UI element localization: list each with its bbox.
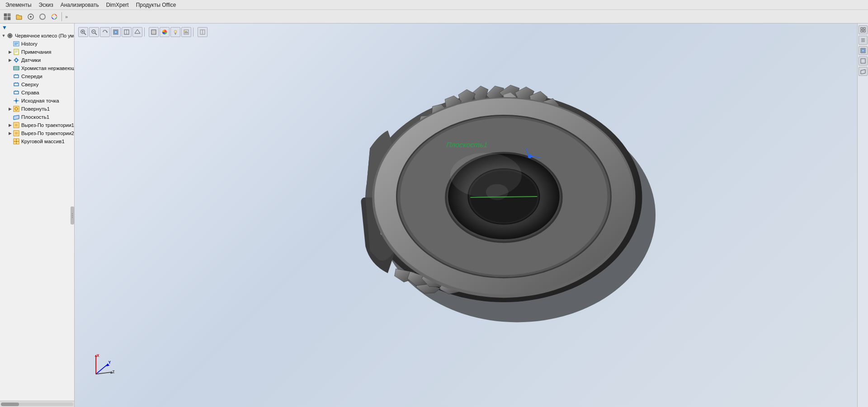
svg-text:Плоскость1: Плоскость1	[446, 141, 488, 149]
tree-item-top[interactable]: ▶ Сверху	[0, 80, 74, 89]
toolbar-btn-ring[interactable]	[37, 11, 48, 22]
svg-rect-39	[14, 106, 19, 112]
left-panel: ▼ ▼ Червячное колесо (По умолча... ▶ His…	[0, 23, 75, 407]
svg-point-50	[16, 143, 17, 144]
toolbar-btn-open[interactable]	[14, 11, 24, 22]
tree-item-front[interactable]: ▶ Спереди	[0, 72, 74, 80]
icon-top	[13, 81, 20, 88]
svg-point-18	[15, 59, 18, 61]
tree-item-pattern[interactable]: ▶ Круговой массив1	[0, 137, 74, 145]
svg-point-6	[40, 14, 45, 19]
tree-label-plane1: Плоскость1	[21, 114, 49, 120]
icon-notes	[13, 48, 20, 56]
svg-text:X: X	[97, 353, 99, 358]
right-side-panel	[857, 23, 868, 407]
svg-point-51	[14, 141, 15, 142]
expand-right[interactable]: ▶	[7, 89, 13, 96]
tree-label-sensors: Датчики	[21, 57, 41, 63]
tree-label-root: Червячное колесо (По умолча...	[15, 33, 74, 38]
feature-tree: ▼ Червячное колесо (По умолча... ▶ Histo…	[0, 32, 74, 401]
icon-cut2	[13, 130, 20, 137]
expand-plane1[interactable]: ▶	[7, 113, 13, 121]
hscroll[interactable]	[0, 401, 74, 407]
icon-right	[13, 89, 20, 96]
tree-item-right[interactable]: ▶ Справа	[0, 89, 74, 97]
tree-item-cut2[interactable]: ▶ Вырез-По траектории2	[0, 129, 74, 137]
svg-text:Z: Z	[112, 370, 114, 374]
svg-point-48	[16, 139, 17, 140]
toolbar-btn-circle[interactable]	[25, 11, 36, 22]
tree-label-pattern: Круговой массив1	[21, 139, 65, 144]
icon-sensors	[13, 56, 20, 64]
menubar: Элементы Эскиз Анализировать DimXpert Пр…	[0, 0, 868, 10]
expand-history[interactable]: ▶	[7, 40, 13, 47]
axis-indicator: Y Z X	[88, 353, 115, 380]
toolbar-btn-elements[interactable]	[2, 11, 13, 22]
right-side-btn2[interactable]	[859, 36, 868, 45]
expand-front[interactable]: ▶	[7, 73, 13, 80]
toolbar-more[interactable]: »	[64, 14, 69, 19]
toolbar: »	[0, 10, 868, 23]
expand-sensors[interactable]: ▶	[7, 56, 13, 64]
svg-point-5	[30, 16, 32, 18]
expand-notes[interactable]: ▶	[7, 48, 13, 56]
expand-cut1[interactable]: ▶	[7, 122, 13, 129]
filter-icon: ▼	[2, 24, 7, 31]
menu-sketch[interactable]: Эскиз	[35, 1, 57, 9]
viewport: Плоскость1 Y Z X	[75, 23, 857, 407]
svg-rect-33	[14, 91, 19, 94]
svg-rect-0	[4, 14, 7, 16]
panel-resize-handle[interactable]	[71, 206, 74, 225]
icon-history	[13, 40, 20, 47]
tree-item-root[interactable]: ▼ Червячное колесо (По умолча...	[0, 32, 74, 40]
hscroll-thumb[interactable]	[1, 402, 19, 406]
right-side-btn1[interactable]	[859, 25, 868, 34]
right-side-btn4[interactable]	[859, 56, 868, 65]
tree-label-material: Хромистая нержавеющая с...	[21, 65, 74, 71]
main-area: ▼ ▼ Червячное колесо (По умолча... ▶ His…	[0, 23, 868, 407]
svg-marker-163	[861, 70, 865, 74]
tree-item-origin[interactable]: ▶ Исходная точка	[0, 97, 74, 105]
right-side-btn3[interactable]	[859, 46, 868, 55]
toolbar-btn-color[interactable]	[49, 11, 60, 22]
hscroll-track	[1, 402, 73, 406]
svg-point-49	[18, 141, 19, 142]
menu-elements[interactable]: Элементы	[2, 1, 35, 9]
tree-item-notes[interactable]: ▶ Примечания	[0, 48, 74, 56]
tree-label-rotate1: Повернуть1	[21, 106, 50, 112]
expand-origin[interactable]: ▶	[7, 97, 13, 104]
menu-analyze[interactable]: Анализировать	[57, 1, 103, 9]
gear-3d-view: Плоскость1	[75, 23, 857, 407]
tree-item-plane1[interactable]: ▶ Плоскость1	[0, 113, 74, 121]
svg-text:Y: Y	[108, 360, 111, 365]
expand-cut2[interactable]: ▶	[7, 130, 13, 137]
svg-rect-154	[863, 28, 865, 29]
tree-item-material[interactable]: ▶ Хромистая нержавеющая с...	[0, 64, 74, 72]
expand-material[interactable]: ▶	[7, 65, 13, 72]
tree-item-rotate1[interactable]: ▶ Повернуть1	[0, 105, 74, 113]
svg-rect-30	[14, 83, 19, 86]
tree-item-history[interactable]: ▶ History	[0, 40, 74, 48]
panel-filter: ▼	[0, 23, 74, 32]
svg-rect-161	[862, 49, 864, 52]
expand-root[interactable]: ▼	[1, 32, 6, 39]
svg-rect-14	[14, 49, 19, 55]
expand-pattern[interactable]: ▶	[7, 138, 13, 145]
icon-origin	[13, 97, 20, 104]
menu-dimxpert[interactable]: DimXpert	[103, 1, 132, 9]
tree-item-sensors[interactable]: ▶ Датчики	[0, 56, 74, 64]
menu-office[interactable]: Продукты Office	[132, 1, 180, 9]
right-side-btn5[interactable]	[859, 67, 868, 76]
icon-material	[13, 65, 20, 72]
svg-point-139	[450, 153, 522, 197]
tree-label-history: History	[21, 41, 38, 47]
svg-rect-153	[861, 28, 863, 29]
svg-rect-3	[8, 17, 10, 20]
tree-item-cut1[interactable]: ▶ Вырез-По траектории1	[0, 121, 74, 129]
tree-label-origin: Исходная точка	[21, 98, 59, 103]
icon-pattern	[13, 138, 20, 145]
icon-cut1	[13, 122, 20, 129]
expand-top[interactable]: ▶	[7, 81, 13, 88]
expand-rotate1[interactable]: ▶	[7, 105, 13, 112]
tree-label-top: Сверху	[21, 82, 38, 87]
